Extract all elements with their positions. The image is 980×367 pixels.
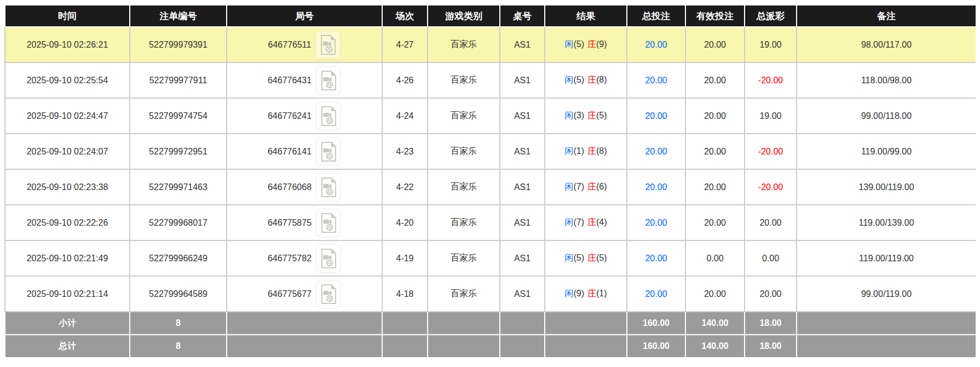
video-replay-button[interactable]: [316, 209, 341, 237]
valid-bet-cell: 20.00: [685, 27, 745, 62]
valid-bet-cell: 20.00: [685, 276, 745, 312]
player-result-score: (3): [573, 111, 584, 120]
result-cell: 闲(7)庄(6): [545, 169, 627, 205]
total-bet-cell: 20.00: [627, 134, 685, 169]
player-result-label: 闲: [564, 75, 573, 84]
total-bet-cell: 20.00: [627, 169, 685, 205]
game-type-cell: 百家乐: [428, 134, 500, 169]
bet-number-cell: 522799968017: [130, 205, 227, 240]
game-type-cell: 百家乐: [428, 205, 500, 240]
table-row: 2025-09-10 02:25:54 522799977911 6467764…: [5, 62, 976, 98]
game-type-cell: 百家乐: [428, 27, 500, 62]
valid-bet-cell: 20.00: [685, 62, 745, 98]
game-type-cell: 百家乐: [428, 240, 500, 276]
summary-label-cell: 小计: [5, 312, 130, 335]
table-number-cell: AS1: [500, 240, 545, 276]
session-cell: 4-20: [382, 205, 428, 240]
game-type-cell: 百家乐: [428, 98, 500, 134]
column-header-session: 场次: [382, 5, 428, 27]
column-header-time: 时间: [5, 5, 130, 27]
round-number-cell: 646776141: [227, 134, 382, 169]
video-replay-button[interactable]: [316, 173, 341, 202]
game-type-cell: 百家乐: [428, 276, 500, 312]
player-result-score: (5): [573, 75, 584, 84]
summary-empty-cell: [227, 312, 382, 335]
banker-result-label: 庄: [587, 39, 596, 49]
payout-cell: 20.00: [745, 276, 797, 312]
round-number-cell: 646775875: [227, 205, 382, 240]
player-result-label: 闲: [564, 182, 573, 191]
player-result-score: (5): [573, 253, 584, 262]
remark-cell: 98.00/117.00: [797, 27, 976, 62]
banker-result-score: (6): [596, 182, 607, 191]
remark-cell: 99.00/119.00: [797, 276, 976, 312]
video-replay-button[interactable]: [316, 137, 341, 166]
summary-empty-cell: [428, 312, 500, 335]
total-bet-cell: 20.00: [627, 27, 685, 62]
video-file-icon: [320, 35, 336, 55]
time-cell: 2025-09-10 02:24:47: [5, 98, 130, 134]
session-cell: 4-26: [382, 62, 428, 98]
payout-cell: -20.00: [745, 169, 797, 205]
player-result-score: (9): [573, 289, 584, 298]
round-number: 646776241: [268, 111, 312, 121]
payout-cell: 20.00: [745, 205, 797, 240]
table-row: 2025-09-10 02:21:14 522799964589 6467756…: [5, 276, 976, 312]
valid-bet-cell: 20.00: [685, 134, 745, 169]
valid-bet-cell: 20.00: [685, 169, 745, 205]
table-number-cell: AS1: [500, 134, 545, 169]
column-header-table_no: 桌号: [500, 5, 545, 27]
round-number-cell: 646775677: [227, 276, 382, 312]
table-number-cell: AS1: [500, 169, 545, 205]
round-number: 646776068: [268, 182, 312, 192]
game-type-cell: 百家乐: [428, 169, 500, 205]
summary-empty-cell: [545, 312, 627, 335]
banker-result-score: (9): [596, 39, 607, 49]
column-header-valid_bet: 有效投注: [685, 5, 745, 27]
session-cell: 4-19: [382, 240, 428, 276]
time-cell: 2025-09-10 02:26:21: [5, 27, 130, 62]
video-replay-button[interactable]: [316, 66, 341, 95]
total-bet-cell: 20.00: [627, 62, 685, 98]
summary-label-cell: 总计: [5, 335, 130, 358]
player-result-label: 闲: [564, 289, 573, 298]
column-header-round_no: 局号: [227, 5, 382, 27]
player-result-label: 闲: [564, 253, 573, 262]
video-replay-button[interactable]: [316, 102, 341, 130]
time-cell: 2025-09-10 02:23:38: [5, 169, 130, 205]
table-row: 2025-09-10 02:22:26 522799968017 6467758…: [5, 205, 976, 240]
session-cell: 4-27: [382, 27, 428, 62]
remark-cell: 99.00/118.00: [797, 98, 976, 134]
table-number-cell: AS1: [500, 205, 545, 240]
column-header-bet_no: 注单编号: [130, 5, 227, 27]
round-number: 646776431: [268, 76, 312, 85]
video-file-icon: [320, 142, 337, 162]
round-number: 646776511: [268, 40, 312, 50]
summary-empty-cell: [500, 312, 545, 335]
banker-result-label: 庄: [587, 146, 596, 156]
bet-records-table: 时间注单编号局号场次游戏类别桌号结果总投注有效投注总派彩备注 2025-09-1…: [4, 4, 976, 358]
video-replay-button[interactable]: [315, 31, 341, 59]
banker-result-score: (8): [596, 75, 607, 84]
video-replay-button[interactable]: [316, 280, 341, 308]
remark-cell: 139.00/119.00: [797, 169, 976, 205]
player-result-label: 闲: [564, 217, 573, 227]
bet-number-cell: 522799979391: [130, 27, 227, 62]
summary-empty-cell: [428, 335, 500, 358]
result-cell: 闲(5)庄(5): [545, 240, 627, 276]
session-cell: 4-23: [382, 134, 428, 169]
summary-empty-cell: [227, 335, 382, 358]
banker-result-label: 庄: [587, 75, 596, 84]
video-replay-button[interactable]: [316, 244, 341, 273]
payout-cell: 0.00: [745, 240, 797, 276]
summary-total-bet-cell: 160.00: [627, 312, 685, 335]
player-result-score: (7): [573, 182, 584, 191]
player-result-score: (1): [573, 146, 584, 156]
result-cell: 闲(5)庄(9): [545, 27, 627, 62]
game-type-cell: 百家乐: [428, 62, 500, 98]
result-cell: 闲(5)庄(8): [545, 62, 627, 98]
total-bet-cell: 20.00: [627, 98, 685, 134]
summary-valid-bet-cell: 140.00: [685, 312, 745, 335]
valid-bet-cell: 20.00: [685, 98, 745, 134]
summary-empty-cell: [797, 312, 976, 335]
